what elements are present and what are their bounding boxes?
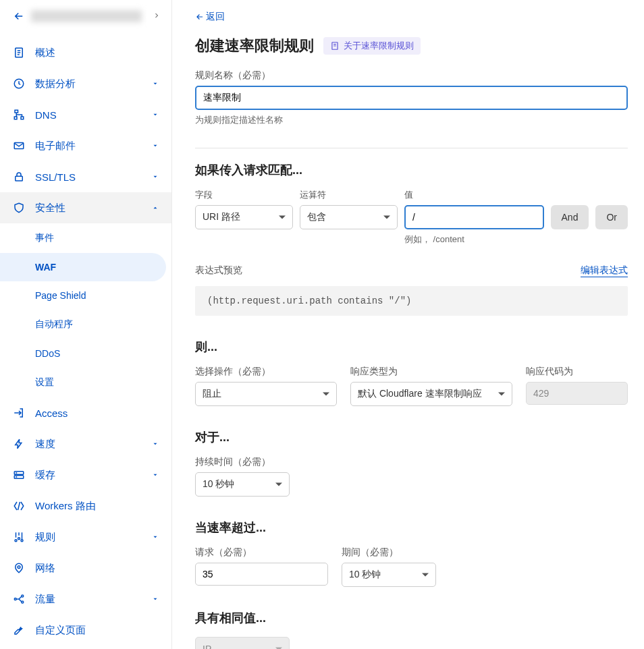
wrench-icon (12, 623, 26, 637)
nav-item-label: SSL/TLS (35, 171, 150, 183)
shield-icon (12, 201, 26, 215)
resp-type-value: 默认 Cloudflare 速率限制响应 (358, 388, 482, 400)
rule-name-input[interactable] (195, 86, 628, 110)
domain-name-redacted (31, 10, 142, 22)
nav-item-workers[interactable]: Workers 路由 (0, 490, 171, 521)
nav-item-pin[interactable]: 网络 (0, 553, 171, 584)
chevron-down-icon (150, 470, 161, 480)
chevron-down-icon (150, 439, 161, 449)
chevron-down-icon (150, 78, 161, 89)
nav-item-disk[interactable]: 缓存 (0, 459, 171, 490)
req-label: 请求（必需） (195, 546, 328, 559)
chevron-down-icon (150, 532, 161, 542)
action-op-value: 阻止 (203, 388, 221, 400)
rate-section-title: 当速率超过... (195, 519, 628, 536)
nav-item-exit[interactable]: Access (0, 397, 171, 428)
nav-sub-item[interactable]: WAF (0, 253, 166, 281)
resp-type-label: 响应类型为 (350, 366, 512, 378)
nav-item-lock[interactable]: SSL/TLS (0, 161, 171, 192)
doc-tag[interactable]: 关于速率限制规则 (323, 37, 421, 55)
nav-item-shield[interactable]: 安全性 (0, 192, 171, 223)
chevron-right-icon (153, 11, 161, 22)
nav-item-label: 数据分析 (35, 78, 150, 90)
sidebar: 概述数据分析DNS电子邮件SSL/TLS安全性事件WAFPage Shield自… (0, 0, 172, 649)
dns-icon (12, 108, 26, 121)
bolt-icon (12, 437, 26, 451)
nav-sub-item[interactable]: 自动程序 (0, 310, 171, 339)
nav-item-traffic[interactable]: 流量 (0, 584, 171, 615)
then-section-title: 则... (195, 339, 628, 355)
cond-op-value: 包含 (307, 211, 326, 223)
nav-item-label: 网络 (35, 562, 161, 575)
svg-point-11 (18, 566, 20, 569)
edit-expression-link[interactable]: 编辑表达式 (581, 264, 628, 277)
characteristic-value: IP (203, 644, 211, 649)
cond-field-select[interactable]: URI 路径 (195, 205, 293, 229)
action-op-select[interactable]: 阻止 (195, 382, 337, 406)
duration-select[interactable]: 10 秒钟 (195, 472, 290, 497)
nav-sub-label: 自动程序 (35, 318, 73, 331)
pin-icon (12, 561, 26, 575)
duration-value: 10 秒钟 (203, 478, 234, 490)
chevron-down-icon (150, 140, 161, 151)
cond-field-value: URI 路径 (203, 211, 240, 223)
char-section-title: 具有相同值... (195, 610, 628, 626)
resp-type-select[interactable]: 默认 Cloudflare 速率限制响应 (350, 382, 512, 406)
nav-item-label: Workers 路由 (35, 500, 161, 513)
back-arrow-icon[interactable] (12, 9, 26, 23)
svg-point-9 (16, 473, 17, 474)
cond-op-select[interactable]: 包含 (300, 205, 398, 229)
nav-item-clock[interactable]: 数据分析 (0, 68, 171, 99)
nav-item-dns[interactable]: DNS (0, 99, 171, 130)
back-link[interactable]: 返回 (195, 11, 225, 23)
nav-sub-item[interactable]: Page Shield (0, 281, 171, 310)
expr-label: 表达式预览 (195, 264, 242, 277)
req-input[interactable] (195, 563, 328, 586)
nav-item-mail[interactable]: 电子邮件 (0, 130, 171, 161)
nav-sub-item[interactable]: DDoS (0, 339, 171, 368)
cond-value-label: 值 (404, 189, 544, 201)
for-section-title: 对于... (195, 429, 628, 445)
cond-field-label: 字段 (195, 189, 293, 201)
disk-icon (12, 468, 26, 482)
sidebar-header[interactable] (0, 0, 171, 33)
nav-item-label: 概述 (35, 47, 161, 59)
action-op-label: 选择操作（必需） (195, 366, 337, 378)
nav-sub-label: WAF (35, 262, 56, 273)
svg-rect-4 (21, 117, 24, 119)
period-select[interactable]: 10 秒钟 (342, 563, 436, 587)
cond-op-label: 运算符 (300, 189, 398, 201)
nav-item-label: 流量 (35, 593, 150, 606)
nav-item-wrench[interactable]: 自定义页面 (0, 615, 171, 646)
period-label: 期间（必需） (342, 546, 436, 559)
nav-item-label: 缓存 (35, 469, 150, 482)
svg-point-14 (22, 601, 24, 603)
doc-tag-label: 关于速率限制规则 (344, 40, 414, 52)
doc-icon (330, 41, 340, 51)
match-section-title: 如果传入请求匹配... (195, 162, 628, 178)
nav-item-label: 规则 (35, 531, 150, 544)
exit-icon (12, 406, 26, 420)
cond-value-input[interactable] (404, 205, 544, 229)
or-button[interactable]: Or (595, 205, 628, 229)
nav-sub-label: 事件 (35, 232, 54, 244)
nav-item-rules[interactable]: 规则 (0, 521, 171, 553)
mail-icon (12, 139, 26, 152)
nav-item-label: DNS (35, 109, 150, 121)
rule-name-label: 规则名称（必需） (195, 69, 628, 82)
svg-rect-6 (16, 176, 23, 181)
expression-preview: (http.request.uri.path contains "/") (195, 286, 628, 316)
nav-sub-item[interactable]: 事件 (0, 223, 171, 253)
nav-item-doc[interactable]: 概述 (0, 37, 171, 68)
back-link-text: 返回 (206, 11, 225, 23)
chevron-down-icon (150, 109, 161, 120)
cond-value-hint: 例如， /content (404, 233, 544, 246)
nav-item-bolt[interactable]: 速度 (0, 428, 171, 459)
nav-sub-label: 设置 (35, 376, 54, 389)
resp-code-label: 响应代码为 (526, 366, 628, 378)
and-button[interactable]: And (551, 205, 589, 229)
nav-item-label: 速度 (35, 438, 150, 451)
svg-point-12 (14, 598, 16, 600)
nav-item-label: 自定义页面 (35, 624, 161, 637)
nav-sub-item[interactable]: 设置 (0, 368, 171, 397)
